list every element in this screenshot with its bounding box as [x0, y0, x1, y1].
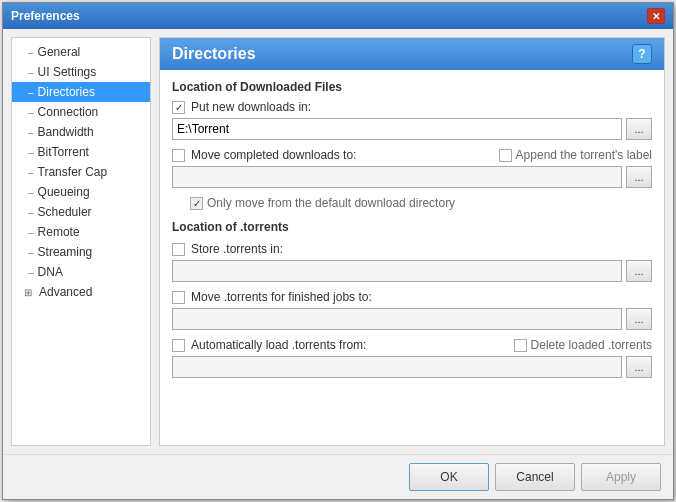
cancel-button[interactable]: Cancel	[495, 463, 575, 491]
move-finished-row: Move .torrents for finished jobs to:	[172, 290, 652, 304]
auto-load-row: Automatically load .torrents from: Delet…	[172, 338, 652, 352]
move-completed-browse-button[interactable]: ...	[626, 166, 652, 188]
only-move-row: Only move from the default download dire…	[190, 196, 652, 210]
sidebar-item-remote[interactable]: Remote	[12, 222, 150, 242]
move-finished-label: Move .torrents for finished jobs to:	[191, 290, 372, 304]
put-new-downloads-label: Put new downloads in:	[191, 100, 311, 114]
sidebar-label-queueing: Queueing	[38, 185, 90, 199]
auto-load-browse-button[interactable]: ...	[626, 356, 652, 378]
content-area: General UI Settings Directories Connecti…	[3, 29, 673, 454]
append-label-text: Append the torrent's label	[516, 148, 652, 162]
close-button[interactable]: ✕	[647, 8, 665, 24]
sidebar-label-ui-settings: UI Settings	[38, 65, 97, 79]
sidebar-item-advanced[interactable]: ⊞ Advanced	[12, 282, 150, 302]
delete-loaded-label: Delete loaded .torrents	[531, 338, 652, 352]
put-new-downloads-row: Put new downloads in:	[172, 100, 652, 114]
sidebar-label-remote: Remote	[38, 225, 80, 239]
main-panel: Directories ? Location of Downloaded Fil…	[159, 37, 665, 446]
store-torrents-label: Store .torrents in:	[191, 242, 283, 256]
download-path-input[interactable]	[172, 118, 622, 140]
delete-loaded-checkbox[interactable]	[514, 339, 527, 352]
sidebar-label-dna: DNA	[38, 265, 63, 279]
only-move-label-text: Only move from the default download dire…	[207, 196, 455, 210]
auto-load-path-input[interactable]	[172, 356, 622, 378]
move-finished-path-input[interactable]	[172, 308, 622, 330]
download-path-browse-button[interactable]: ...	[626, 118, 652, 140]
auto-load-checkbox[interactable]	[172, 339, 185, 352]
sidebar-label-directories: Directories	[38, 85, 95, 99]
auto-load-label: Automatically load .torrents from:	[191, 338, 366, 352]
sidebar-label-bandwidth: Bandwidth	[38, 125, 94, 139]
download-path-row: ...	[172, 118, 652, 140]
sidebar-label-advanced: Advanced	[39, 285, 92, 299]
panel-header: Directories ?	[160, 38, 664, 70]
store-torrents-row: Store .torrents in:	[172, 242, 652, 256]
sidebar-item-streaming[interactable]: Streaming	[12, 242, 150, 262]
preferences-window: Preferences ✕ General UI Settings Direct…	[2, 2, 674, 500]
window-title: Preferences	[11, 9, 80, 23]
store-torrents-path-input[interactable]	[172, 260, 622, 282]
put-new-downloads-checkbox[interactable]	[172, 101, 185, 114]
sidebar-item-directories[interactable]: Directories	[12, 82, 150, 102]
sidebar-item-queueing[interactable]: Queueing	[12, 182, 150, 202]
ok-button[interactable]: OK	[409, 463, 489, 491]
sidebar-item-connection[interactable]: Connection	[12, 102, 150, 122]
move-completed-path-input[interactable]	[172, 166, 622, 188]
move-completed-checkbox[interactable]	[172, 149, 185, 162]
append-label-checkbox[interactable]	[499, 149, 512, 162]
store-torrents-checkbox[interactable]	[172, 243, 185, 256]
move-completed-row: Move completed downloads to: Append the …	[172, 148, 652, 162]
move-completed-label: Move completed downloads to:	[191, 148, 356, 162]
apply-button[interactable]: Apply	[581, 463, 661, 491]
sidebar-label-connection: Connection	[38, 105, 99, 119]
move-finished-browse-button[interactable]: ...	[626, 308, 652, 330]
sidebar-label-scheduler: Scheduler	[38, 205, 92, 219]
sidebar-item-general[interactable]: General	[12, 42, 150, 62]
sidebar-label-transfer-cap: Transfer Cap	[38, 165, 108, 179]
sidebar-label-bittorrent: BitTorrent	[38, 145, 89, 159]
panel-title: Directories	[172, 45, 256, 63]
move-finished-checkbox[interactable]	[172, 291, 185, 304]
sidebar-item-transfer-cap[interactable]: Transfer Cap	[12, 162, 150, 182]
panel-body: Location of Downloaded Files Put new dow…	[160, 70, 664, 445]
sidebar-item-scheduler[interactable]: Scheduler	[12, 202, 150, 222]
store-torrents-path-row: ...	[172, 260, 652, 282]
torrents-title: Location of .torrents	[172, 220, 652, 234]
auto-load-path-row: ...	[172, 356, 652, 378]
footer: OK Cancel Apply	[3, 454, 673, 499]
sidebar-item-dna[interactable]: DNA	[12, 262, 150, 282]
sidebar-label-general: General	[38, 45, 81, 59]
sidebar-item-bittorrent[interactable]: BitTorrent	[12, 142, 150, 162]
downloaded-files-title: Location of Downloaded Files	[172, 80, 652, 94]
sidebar-label-streaming: Streaming	[38, 245, 93, 259]
store-torrents-browse-button[interactable]: ...	[626, 260, 652, 282]
sidebar: General UI Settings Directories Connecti…	[11, 37, 151, 446]
help-button[interactable]: ?	[632, 44, 652, 64]
move-finished-path-row: ...	[172, 308, 652, 330]
sidebar-item-bandwidth[interactable]: Bandwidth	[12, 122, 150, 142]
move-completed-path-row: ...	[172, 166, 652, 188]
title-bar: Preferences ✕	[3, 3, 673, 29]
sidebar-item-ui-settings[interactable]: UI Settings	[12, 62, 150, 82]
only-move-checkbox[interactable]	[190, 197, 203, 210]
